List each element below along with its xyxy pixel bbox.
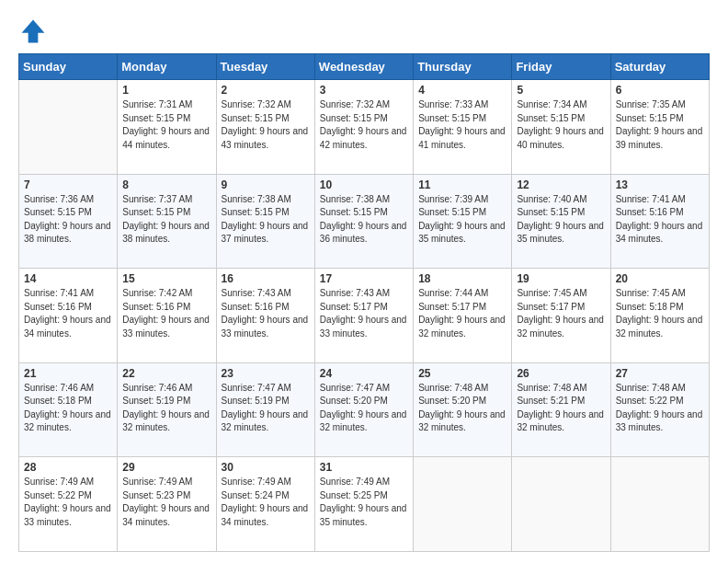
day-info: Sunrise: 7:32 AMSunset: 5:15 PMDaylight:… (320, 98, 408, 152)
day-number: 15 (122, 272, 210, 285)
calendar-cell: 20 Sunrise: 7:45 AMSunset: 5:18 PMDaylig… (610, 269, 709, 363)
day-number: 22 (122, 367, 210, 380)
calendar-cell: 5 Sunrise: 7:34 AMSunset: 5:15 PMDayligh… (512, 80, 610, 175)
day-info: Sunrise: 7:49 AMSunset: 5:24 PMDaylight:… (222, 476, 310, 529)
day-info: Sunrise: 7:41 AMSunset: 5:16 PMDaylight:… (616, 193, 704, 247)
day-number: 9 (222, 178, 310, 191)
day-number: 12 (517, 178, 605, 191)
calendar-cell: 2 Sunrise: 7:32 AMSunset: 5:15 PMDayligh… (216, 80, 314, 175)
day-info: Sunrise: 7:48 AMSunset: 5:22 PMDaylight:… (616, 382, 704, 435)
day-number: 7 (24, 178, 112, 191)
calendar-cell: 19 Sunrise: 7:45 AMSunset: 5:17 PMDaylig… (512, 269, 610, 363)
day-number: 6 (616, 84, 704, 97)
day-number: 8 (122, 178, 210, 191)
calendar-cell: 11 Sunrise: 7:39 AMSunset: 5:15 PMDaylig… (414, 174, 512, 269)
calendar-cell: 17 Sunrise: 7:43 AMSunset: 5:17 PMDaylig… (314, 269, 413, 363)
calendar-cell: 14 Sunrise: 7:41 AMSunset: 5:16 PMDaylig… (19, 269, 118, 363)
day-number: 2 (222, 84, 310, 97)
calendar-cell: 15 Sunrise: 7:42 AMSunset: 5:16 PMDaylig… (118, 269, 216, 363)
calendar-cell: 31 Sunrise: 7:49 AMSunset: 5:25 PMDaylig… (314, 457, 413, 552)
day-number: 25 (418, 367, 506, 380)
calendar-cell: 29 Sunrise: 7:49 AMSunset: 5:23 PMDaylig… (118, 457, 216, 552)
calendar-cell: 1 Sunrise: 7:31 AMSunset: 5:15 PMDayligh… (118, 80, 216, 175)
day-info: Sunrise: 7:41 AMSunset: 5:16 PMDaylight:… (24, 287, 112, 340)
calendar-cell: 25 Sunrise: 7:48 AMSunset: 5:20 PMDaylig… (414, 362, 512, 457)
weekday-header-monday: Monday (118, 54, 216, 80)
day-number: 3 (320, 84, 408, 97)
day-number: 4 (418, 84, 506, 97)
calendar-cell: 28 Sunrise: 7:49 AMSunset: 5:22 PMDaylig… (19, 457, 118, 552)
day-info: Sunrise: 7:47 AMSunset: 5:19 PMDaylight:… (222, 382, 310, 435)
week-row-4: 28 Sunrise: 7:49 AMSunset: 5:22 PMDaylig… (19, 457, 710, 552)
day-info: Sunrise: 7:32 AMSunset: 5:15 PMDaylight:… (222, 98, 310, 152)
svg-marker-0 (22, 20, 45, 43)
week-row-3: 21 Sunrise: 7:46 AMSunset: 5:18 PMDaylig… (19, 362, 710, 457)
day-info: Sunrise: 7:49 AMSunset: 5:25 PMDaylight:… (320, 476, 408, 529)
day-number: 5 (517, 84, 605, 97)
day-number: 18 (418, 272, 506, 285)
week-row-1: 7 Sunrise: 7:36 AMSunset: 5:15 PMDayligh… (19, 174, 710, 269)
calendar-cell: 13 Sunrise: 7:41 AMSunset: 5:16 PMDaylig… (610, 174, 709, 269)
day-number: 29 (122, 461, 210, 474)
calendar-cell: 24 Sunrise: 7:47 AMSunset: 5:20 PMDaylig… (314, 362, 413, 457)
day-info: Sunrise: 7:46 AMSunset: 5:19 PMDaylight:… (122, 382, 210, 435)
calendar-cell (414, 457, 512, 552)
day-number: 26 (517, 367, 605, 380)
day-number: 23 (222, 367, 310, 380)
day-info: Sunrise: 7:43 AMSunset: 5:17 PMDaylight:… (320, 287, 408, 340)
day-info: Sunrise: 7:36 AMSunset: 5:15 PMDaylight:… (24, 193, 112, 247)
logo-icon (18, 17, 48, 46)
day-number: 19 (517, 272, 605, 285)
day-info: Sunrise: 7:45 AMSunset: 5:17 PMDaylight:… (517, 287, 605, 340)
day-info: Sunrise: 7:46 AMSunset: 5:18 PMDaylight:… (24, 382, 112, 435)
day-info: Sunrise: 7:40 AMSunset: 5:15 PMDaylight:… (517, 193, 605, 247)
weekday-header-friday: Friday (512, 54, 610, 80)
calendar-cell: 10 Sunrise: 7:38 AMSunset: 5:15 PMDaylig… (314, 174, 413, 269)
day-info: Sunrise: 7:49 AMSunset: 5:23 PMDaylight:… (122, 476, 210, 529)
calendar-cell: 22 Sunrise: 7:46 AMSunset: 5:19 PMDaylig… (118, 362, 216, 457)
calendar-cell: 21 Sunrise: 7:46 AMSunset: 5:18 PMDaylig… (19, 362, 118, 457)
day-info: Sunrise: 7:33 AMSunset: 5:15 PMDaylight:… (418, 98, 506, 152)
calendar-cell (610, 457, 709, 552)
day-info: Sunrise: 7:43 AMSunset: 5:16 PMDaylight:… (222, 287, 310, 340)
day-info: Sunrise: 7:39 AMSunset: 5:15 PMDaylight:… (418, 193, 506, 247)
calendar-cell: 27 Sunrise: 7:48 AMSunset: 5:22 PMDaylig… (610, 362, 709, 457)
calendar-table: SundayMondayTuesdayWednesdayThursdayFrid… (18, 53, 710, 552)
day-info: Sunrise: 7:45 AMSunset: 5:18 PMDaylight:… (616, 287, 704, 340)
day-number: 1 (122, 84, 210, 97)
day-info: Sunrise: 7:38 AMSunset: 5:15 PMDaylight:… (320, 193, 408, 247)
day-number: 17 (320, 272, 408, 285)
day-info: Sunrise: 7:34 AMSunset: 5:15 PMDaylight:… (517, 98, 605, 152)
day-number: 21 (24, 367, 112, 380)
calendar-cell: 6 Sunrise: 7:35 AMSunset: 5:15 PMDayligh… (610, 80, 709, 175)
calendar-cell: 23 Sunrise: 7:47 AMSunset: 5:19 PMDaylig… (216, 362, 314, 457)
day-number: 10 (320, 178, 408, 191)
calendar-cell: 9 Sunrise: 7:38 AMSunset: 5:15 PMDayligh… (216, 174, 314, 269)
calendar-cell: 26 Sunrise: 7:48 AMSunset: 5:21 PMDaylig… (512, 362, 610, 457)
day-number: 24 (320, 367, 408, 380)
weekday-header-saturday: Saturday (610, 54, 709, 80)
weekday-header-sunday: Sunday (19, 54, 118, 80)
day-info: Sunrise: 7:38 AMSunset: 5:15 PMDaylight:… (222, 193, 310, 247)
calendar-cell: 18 Sunrise: 7:44 AMSunset: 5:17 PMDaylig… (414, 269, 512, 363)
calendar-cell: 4 Sunrise: 7:33 AMSunset: 5:15 PMDayligh… (414, 80, 512, 175)
day-info: Sunrise: 7:42 AMSunset: 5:16 PMDaylight:… (122, 287, 210, 340)
day-number: 27 (616, 367, 704, 380)
day-number: 28 (24, 461, 112, 474)
calendar-cell: 16 Sunrise: 7:43 AMSunset: 5:16 PMDaylig… (216, 269, 314, 363)
calendar-cell: 7 Sunrise: 7:36 AMSunset: 5:15 PMDayligh… (19, 174, 118, 269)
page: SundayMondayTuesdayWednesdayThursdayFrid… (0, 0, 728, 563)
day-number: 20 (616, 272, 704, 285)
day-info: Sunrise: 7:49 AMSunset: 5:22 PMDaylight:… (24, 476, 112, 529)
day-number: 30 (222, 461, 310, 474)
day-info: Sunrise: 7:31 AMSunset: 5:15 PMDaylight:… (122, 98, 210, 152)
calendar-cell (19, 80, 118, 175)
day-info: Sunrise: 7:44 AMSunset: 5:17 PMDaylight:… (418, 287, 506, 340)
weekday-header-tuesday: Tuesday (216, 54, 314, 80)
calendar-cell: 3 Sunrise: 7:32 AMSunset: 5:15 PMDayligh… (314, 80, 413, 175)
header (18, 17, 710, 46)
day-info: Sunrise: 7:48 AMSunset: 5:21 PMDaylight:… (517, 382, 605, 435)
weekday-header-row: SundayMondayTuesdayWednesdayThursdayFrid… (19, 54, 710, 80)
day-number: 13 (616, 178, 704, 191)
weekday-header-thursday: Thursday (414, 54, 512, 80)
